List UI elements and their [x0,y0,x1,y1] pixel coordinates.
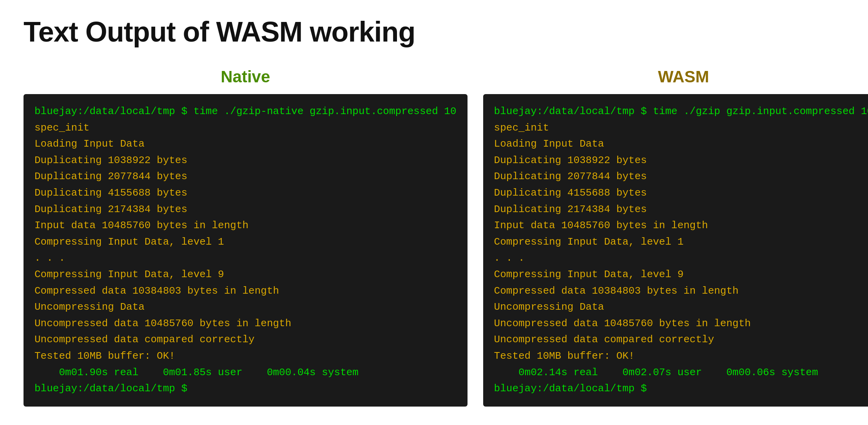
terminal-line: Uncompressed data compared correctly [494,332,868,348]
terminal-line: Compressed data 10384803 bytes in length [34,283,457,300]
terminal-line: Compressing Input Data, level 1 [34,234,457,251]
terminal-line: spec_init [494,120,868,136]
terminal-line: Uncompressed data 10485760 bytes in leng… [494,316,868,332]
terminal-line: . . . [494,250,868,267]
terminal-line: 0m01.90s real 0m01.85s user 0m00.04s sys… [34,365,457,381]
terminal-line: Loading Input Data [494,136,868,153]
terminal-line: Duplicating 2174384 bytes [34,202,457,218]
native-panel: Native bluejay:/data/local/tmp $ time ./… [24,67,468,407]
terminal-line: Duplicating 2077844 bytes [494,169,868,185]
terminal-line: Compressing Input Data, level 9 [34,267,457,283]
terminal-line: bluejay:/data/local/tmp $ time ./gzip-na… [34,104,457,120]
terminal-line: Duplicating 2174384 bytes [494,202,868,218]
terminal-line: Compressing Input Data, level 1 [494,234,868,251]
wasm-label: WASM [483,67,868,86]
native-terminal: bluejay:/data/local/tmp $ time ./gzip-na… [24,94,468,407]
terminal-line: Compressed data 10384803 bytes in length [494,283,868,300]
terminal-line: Duplicating 2077844 bytes [34,169,457,185]
terminal-line: spec_init [34,120,457,136]
terminal-line: 0m02.14s real 0m02.07s user 0m00.06s sys… [494,365,868,381]
terminal-line: . . . [34,250,457,267]
terminal-line: bluejay:/data/local/tmp $ [34,381,457,397]
terminal-line: Tested 10MB buffer: OK! [34,348,457,365]
terminal-line: Loading Input Data [34,136,457,153]
terminal-line: Tested 10MB buffer: OK! [494,348,868,365]
terminal-line: Input data 10485760 bytes in length [494,218,868,234]
wasm-panel: WASM bluejay:/data/local/tmp $ time ./gz… [483,67,868,407]
terminal-line: Duplicating 1038922 bytes [494,153,868,169]
terminal-line: Uncompressed data 10485760 bytes in leng… [34,316,457,332]
terminal-line: bluejay:/data/local/tmp $ time ./gzip gz… [494,104,868,120]
terminal-line: Uncompressed data compared correctly [34,332,457,348]
terminal-line: Duplicating 1038922 bytes [34,153,457,169]
terminal-line: bluejay:/data/local/tmp $ [494,381,868,397]
terminal-line: Compressing Input Data, level 9 [494,267,868,283]
page-title: Text Output of WASM working [24,16,844,48]
wasm-terminal: bluejay:/data/local/tmp $ time ./gzip gz… [483,94,868,407]
terminal-line: Duplicating 4155688 bytes [34,185,457,202]
terminal-line: Input data 10485760 bytes in length [34,218,457,234]
terminal-line: Uncompressing Data [494,299,868,316]
terminals-container: Native bluejay:/data/local/tmp $ time ./… [24,67,844,407]
native-label: Native [24,67,468,86]
terminal-line: Duplicating 4155688 bytes [494,185,868,202]
terminal-line: Uncompressing Data [34,299,457,316]
